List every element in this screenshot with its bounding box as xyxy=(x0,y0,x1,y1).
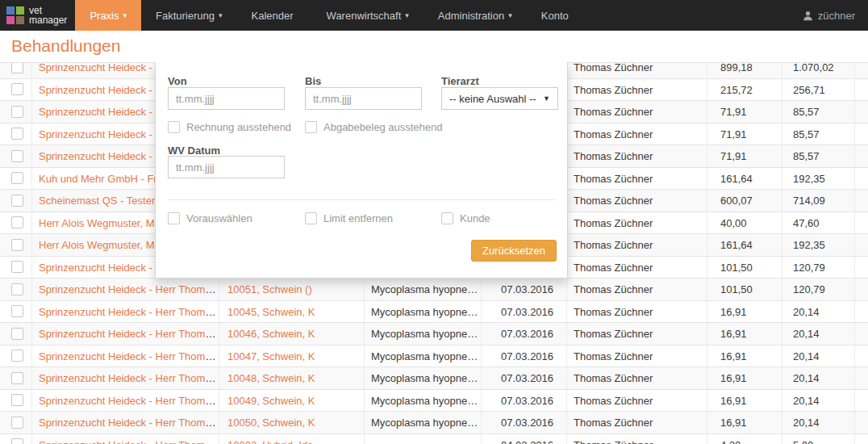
empty-cell xyxy=(855,301,868,323)
vetmanager-logo[interactable]: vet manager xyxy=(0,0,75,31)
row-checkbox[interactable] xyxy=(11,394,23,406)
patient-link[interactable]: 10049, Schwein, K xyxy=(227,395,315,407)
gross-amount-cell: 192,35 xyxy=(782,168,855,190)
gross-amount-cell: 192,35 xyxy=(782,234,855,256)
von-date-input[interactable] xyxy=(168,87,285,110)
empty-cell xyxy=(855,190,868,212)
row-checkbox[interactable] xyxy=(11,283,23,295)
customer-link[interactable]: Sprinzenzucht Heideck - Herr Thomas Züch… xyxy=(39,439,219,444)
nav-item-administration[interactable]: Administration ▾ xyxy=(424,0,527,31)
checkbox-box xyxy=(168,121,180,133)
reset-button[interactable]: Zurücksetzen xyxy=(471,240,557,262)
net-amount-cell: 600,07 xyxy=(707,190,782,212)
date-cell: 07.03.2016 xyxy=(482,367,567,389)
row-checkbox[interactable] xyxy=(11,261,23,273)
row-checkbox[interactable] xyxy=(11,328,23,340)
customer-link[interactable]: Sprinzenzucht Heideck - Herr Thomas Züch… xyxy=(39,283,219,295)
date-cell: 07.03.2016 xyxy=(482,390,567,412)
limit-entfernen-checkbox[interactable]: Limit entfernen xyxy=(305,212,393,224)
brand-line2: manager xyxy=(29,15,67,25)
tierarzt-select[interactable]: -- keine Auswahl -- ▼ xyxy=(441,87,558,110)
date-cell: 07.03.2016 xyxy=(482,301,567,323)
customer-link[interactable]: Sprinzenzucht Heideck - Herr Thomas Züch… xyxy=(39,328,219,340)
nav-item-warenwirtschaft[interactable]: Warenwirtschaft ▾ xyxy=(312,0,424,31)
gross-amount-cell: 20,14 xyxy=(782,346,855,367)
gross-amount-cell: 20,14 xyxy=(782,412,855,434)
patient-link[interactable]: 10002, Hybrid, Ida xyxy=(227,439,313,444)
vet-cell: Thomas Züchner xyxy=(567,434,707,444)
diagnosis-cell xyxy=(365,434,482,444)
wv-datum-input[interactable] xyxy=(168,156,285,178)
chevron-down-icon: ▾ xyxy=(508,11,512,19)
row-checkbox[interactable] xyxy=(11,216,23,228)
net-amount-cell: 16,91 xyxy=(707,367,782,389)
von-label: Von xyxy=(168,75,187,87)
patient-link[interactable]: 10051, Schwein () xyxy=(227,283,312,295)
customer-link[interactable]: Sprinzenzucht Heideck - Herr Thomas Züch… xyxy=(39,350,219,362)
vorauswaehlen-checkbox[interactable]: Vorauswählen xyxy=(168,212,252,224)
wv-datum-label: WV Datum xyxy=(168,145,220,157)
row-checkbox[interactable] xyxy=(11,195,23,207)
row-checkbox[interactable] xyxy=(11,372,23,384)
patient-link[interactable]: 10048, Schwein, K xyxy=(227,372,315,384)
row-checkbox[interactable] xyxy=(11,83,23,95)
empty-cell xyxy=(855,390,868,412)
empty-cell xyxy=(855,124,868,145)
gross-amount-cell: 120,79 xyxy=(782,257,855,279)
row-checkbox[interactable] xyxy=(11,128,23,140)
checkbox-box xyxy=(441,212,453,224)
gross-amount-cell: 1.070,02 xyxy=(782,62,855,78)
net-amount-cell: 16,91 xyxy=(707,346,782,367)
main-menu: Praxis ▾ Fakturierung ▾ Kalender Warenwi… xyxy=(75,0,586,31)
row-checkbox[interactable] xyxy=(11,150,23,162)
row-checkbox[interactable] xyxy=(11,350,23,362)
kunde-checkbox[interactable]: Kunde xyxy=(441,212,490,224)
nav-item-praxis[interactable]: Praxis ▾ xyxy=(75,0,141,31)
row-checkbox[interactable] xyxy=(11,62,23,73)
diagnosis-cell: Mycoplasma hyopneumoniae xyxy=(365,412,482,434)
gross-amount-cell: 47,60 xyxy=(782,212,855,234)
row-checkbox[interactable] xyxy=(11,417,23,429)
diagnosis-cell: Mycoplasma hyopneumoniae xyxy=(365,390,482,412)
abgabebeleg-ausstehend-checkbox[interactable]: Abgabebeleg ausstehend xyxy=(305,121,442,133)
nav-item-fakturierung[interactable]: Fakturierung ▾ xyxy=(141,0,237,31)
table-row: Sprinzenzucht Heideck - Herr Thomas Züch… xyxy=(0,390,868,413)
row-checkbox[interactable] xyxy=(11,172,23,184)
row-checkbox[interactable] xyxy=(11,106,23,118)
diagnosis-cell: Mycoplasma hyopneumoniae xyxy=(365,323,482,345)
vet-cell: Thomas Züchner xyxy=(567,168,707,190)
customer-link[interactable]: Sprinzenzucht Heideck - Herr Thomas Züch… xyxy=(39,395,219,407)
row-checkbox[interactable] xyxy=(11,239,23,251)
patient-link[interactable]: 10047, Schwein, K xyxy=(227,350,315,362)
customer-link[interactable]: Sprinzenzucht Heideck - Herr Thomas Züch… xyxy=(39,372,219,384)
empty-cell xyxy=(855,79,868,101)
patient-link[interactable]: 10046, Schwein, K xyxy=(227,328,315,340)
vet-cell: Thomas Züchner xyxy=(567,79,707,101)
checkbox-label: Abgabebeleg ausstehend xyxy=(323,121,442,133)
vet-cell: Thomas Züchner xyxy=(567,62,707,78)
gross-amount-cell: 120,79 xyxy=(782,279,855,300)
nav-item-konto[interactable]: Konto xyxy=(527,0,587,31)
vet-cell: Thomas Züchner xyxy=(567,279,707,300)
nav-item-kalender[interactable]: Kalender xyxy=(237,0,312,31)
empty-cell xyxy=(855,145,868,167)
net-amount-cell: 40,00 xyxy=(707,212,782,234)
customer-link[interactable]: Sprinzenzucht Heideck - Herr Thomas Züch… xyxy=(39,306,219,318)
user-menu[interactable]: züchner xyxy=(803,0,855,31)
patient-link[interactable]: 10050, Schwein, K xyxy=(227,417,315,429)
rechnung-ausstehend-checkbox[interactable]: Rechnung ausstehend xyxy=(168,121,291,133)
customer-link[interactable]: Sprinzenzucht Heideck - Herr Thomas Züch… xyxy=(39,417,219,429)
row-checkbox[interactable] xyxy=(11,305,23,317)
row-checkbox[interactable] xyxy=(11,438,23,444)
vet-cell: Thomas Züchner xyxy=(567,323,707,345)
net-amount-cell: 4,20 xyxy=(707,434,782,444)
gross-amount-cell: 20,14 xyxy=(782,323,855,345)
net-amount-cell: 161,64 xyxy=(707,234,782,256)
empty-cell xyxy=(855,346,868,367)
patient-link[interactable]: 10045, Schwein, K xyxy=(227,306,315,318)
checkbox-box xyxy=(305,121,317,133)
table-row: Sprinzenzucht Heideck - Herr Thomas Züch… xyxy=(0,279,868,301)
empty-cell xyxy=(855,323,868,345)
bis-date-input[interactable] xyxy=(305,87,422,110)
date-cell: 07.03.2016 xyxy=(482,346,567,367)
